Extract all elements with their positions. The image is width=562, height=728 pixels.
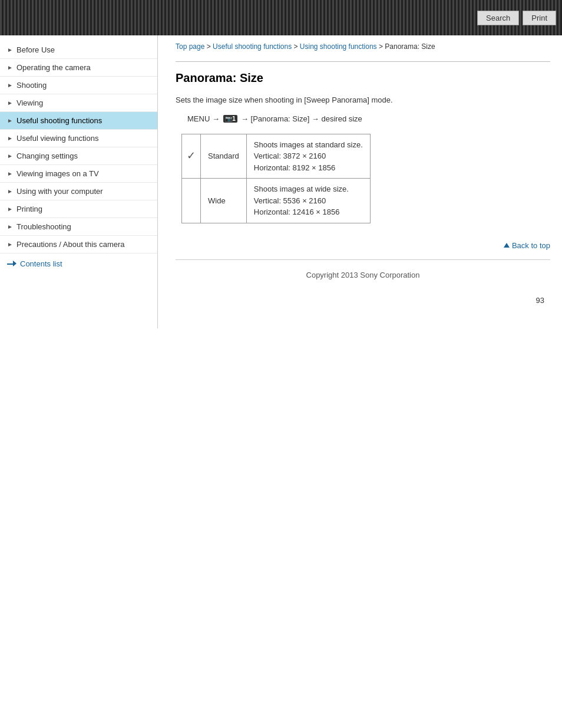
size-table: ✓ Standard Shoots images at standard siz… — [181, 134, 371, 223]
standard-description: Shoots images at standard size.Vertical:… — [246, 134, 370, 179]
breadcrumb-using-shooting[interactable]: Using shooting functions — [300, 42, 377, 51]
sidebar-item-label: Useful shooting functions — [16, 116, 102, 125]
sidebar: ► Before Use ► Operating the camera ► Sh… — [0, 35, 158, 328]
menu-instruction: MENU → 📷1 → [Panorama: Size] → desired s… — [187, 114, 550, 123]
wide-description: Shoots images at wide size.Vertical: 553… — [246, 179, 370, 223]
page-title: Panorama: Size — [176, 71, 550, 85]
back-to-top: Back to top — [176, 241, 550, 250]
arrow-icon: ► — [7, 241, 13, 248]
page-number: 93 — [176, 284, 550, 311]
print-button[interactable]: Print — [523, 11, 556, 25]
breadcrumb-sep2: > — [294, 42, 300, 51]
sidebar-item-label: Using with your computer — [16, 187, 103, 196]
table-row: ✓ Standard Shoots images at standard siz… — [182, 134, 371, 179]
search-button[interactable]: Search — [477, 11, 519, 25]
sidebar-item-using-computer[interactable]: ► Using with your computer — [0, 183, 157, 200]
description-text: Sets the image size when shooting in [Sw… — [176, 94, 550, 106]
page-container: ► Before Use ► Operating the camera ► Sh… — [0, 35, 562, 328]
sidebar-item-precautions[interactable]: ► Precautions / About this camera — [0, 236, 157, 253]
sidebar-item-label: Viewing — [16, 98, 43, 107]
arrow-icon: ► — [7, 47, 13, 53]
menu-camera-icon: 📷1 — [223, 115, 237, 123]
contents-list-arrow-icon — [7, 261, 18, 267]
sidebar-item-troubleshooting[interactable]: ► Troubleshooting — [0, 218, 157, 236]
sidebar-item-changing-settings[interactable]: ► Changing settings — [0, 147, 157, 165]
back-to-top-link[interactable]: Back to top — [504, 241, 550, 250]
sidebar-item-label: Shooting — [16, 81, 47, 90]
sidebar-item-label: Operating the camera — [16, 63, 91, 72]
arrow-icon: ► — [7, 153, 13, 159]
sidebar-item-viewing-tv[interactable]: ► Viewing images on a TV — [0, 165, 157, 183]
checkmark-icon: ✓ — [187, 150, 196, 162]
arrow-icon: ► — [7, 170, 13, 177]
menu-text: MENU → — [187, 114, 220, 123]
contents-list-link[interactable]: Contents list — [0, 253, 157, 274]
sidebar-item-before-use[interactable]: ► Before Use — [0, 41, 157, 59]
header: Search Print — [0, 0, 562, 35]
arrow-icon: ► — [7, 100, 13, 106]
breadcrumb: Top page > Useful shooting functions > U… — [176, 35, 550, 57]
title-separator — [176, 61, 550, 62]
sidebar-item-label: Changing settings — [16, 151, 78, 160]
sidebar-item-label: Troubleshooting — [16, 222, 71, 231]
contents-list-label: Contents list — [20, 259, 62, 268]
arrow-icon: ► — [7, 82, 13, 88]
check-cell: ✓ — [182, 134, 201, 179]
sidebar-item-label: Useful viewing functions — [16, 134, 98, 143]
breadcrumb-sep3: > — [379, 42, 385, 51]
breadcrumb-current: Panorama: Size — [385, 42, 435, 51]
arrow-icon: ► — [7, 117, 13, 124]
footer-separator — [176, 259, 550, 260]
sidebar-item-useful-shooting[interactable]: ► Useful shooting functions — [0, 112, 157, 130]
sidebar-item-label: Precautions / About this camera — [16, 240, 125, 249]
back-to-top-label: Back to top — [512, 241, 550, 250]
arrow-icon: ► — [7, 135, 13, 141]
wide-label: Wide — [201, 179, 247, 223]
sidebar-item-label: Printing — [16, 205, 42, 213]
menu-text2: → [Panorama: Size] → desired size — [241, 114, 362, 123]
sidebar-item-useful-viewing[interactable]: ► Useful viewing functions — [0, 130, 157, 147]
sidebar-item-printing[interactable]: ► Printing — [0, 200, 157, 218]
main-content: Top page > Useful shooting functions > U… — [158, 35, 562, 328]
arrow-icon: ► — [7, 206, 13, 212]
sidebar-item-viewing[interactable]: ► Viewing — [0, 94, 157, 112]
breadcrumb-top[interactable]: Top page — [176, 42, 204, 51]
arrow-icon: ► — [7, 223, 13, 230]
standard-label: Standard — [201, 134, 247, 179]
arrow-icon: ► — [7, 188, 13, 195]
triangle-up-icon — [504, 243, 510, 248]
empty-cell — [182, 179, 201, 223]
copyright: Copyright 2013 Sony Corporation — [176, 266, 550, 284]
sidebar-item-shooting[interactable]: ► Shooting — [0, 77, 157, 94]
arrow-icon: ► — [7, 64, 13, 71]
sidebar-item-operating-camera[interactable]: ► Operating the camera — [0, 59, 157, 77]
breadcrumb-sep1: > — [207, 42, 213, 51]
breadcrumb-useful-shooting[interactable]: Useful shooting functions — [213, 42, 292, 51]
sidebar-item-label: Before Use — [16, 45, 55, 54]
table-row: Wide Shoots images at wide size.Vertical… — [182, 179, 371, 223]
sidebar-item-label: Viewing images on a TV — [16, 169, 99, 178]
